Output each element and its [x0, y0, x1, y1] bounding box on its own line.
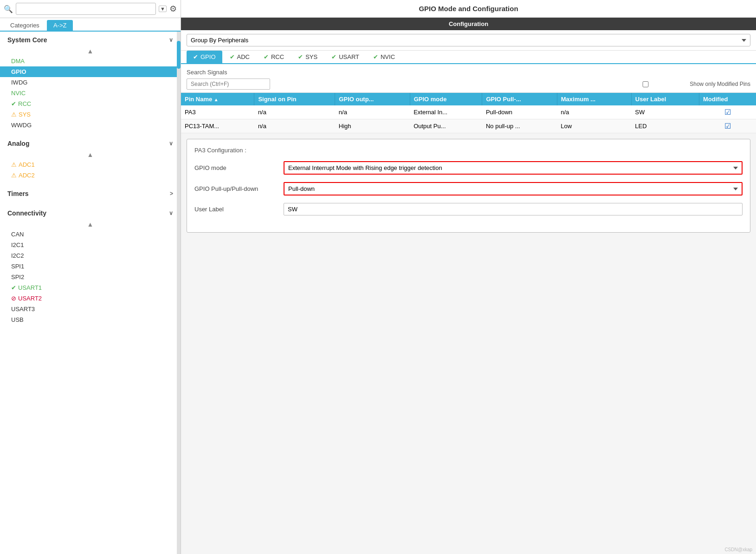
show-modified-checkbox[interactable]	[604, 81, 687, 87]
sidebar: 🔍 ▼ ⚙ Categories A->Z System Core ∨ ▲ DM…	[0, 0, 181, 554]
spi2-label: SPI2	[11, 274, 24, 280]
peripheral-selector-wrapper: Group By Peripherals	[181, 30, 756, 51]
i2c1-label: I2C1	[11, 241, 24, 248]
section-connectivity[interactable]: Connectivity ∨	[0, 205, 181, 220]
sidebar-item-usb[interactable]: USB	[0, 314, 181, 325]
section-connectivity-label: Connectivity	[7, 209, 46, 217]
cell-signal-1: n/a	[254, 119, 335, 133]
col-signal-on-pin[interactable]: Signal on Pin	[254, 93, 335, 105]
gpio-pull-select[interactable]: Pull-down	[284, 182, 743, 196]
warning-icon-adc1: ⚠	[11, 161, 17, 168]
usart3-label: USART3	[11, 306, 35, 313]
col-maximum[interactable]: Maximum ...	[557, 93, 631, 105]
col-gpio-pull[interactable]: GPIO Pull-...	[482, 93, 557, 105]
user-label-input[interactable]	[284, 203, 743, 215]
page-title: GPIO Mode and Configuration	[181, 0, 756, 18]
peripheral-selector[interactable]: Group By Peripherals	[187, 34, 750, 46]
section-timers[interactable]: Timers >	[0, 185, 181, 200]
search-input[interactable]	[16, 3, 156, 15]
search-signals-label: Search Signals	[187, 69, 750, 76]
check-icon-adc-tab: ✔	[230, 53, 235, 60]
search-icon: 🔍	[4, 5, 13, 13]
sidebar-item-rcc[interactable]: ✔ RCC	[0, 98, 181, 109]
section-system-core[interactable]: System Core ∨	[0, 32, 181, 46]
tab-sys[interactable]: ✔ SYS	[291, 51, 324, 63]
up-arrow-icon-connectivity: ▲	[87, 221, 94, 228]
tab-atoz[interactable]: A->Z	[47, 20, 73, 31]
sidebar-item-nvic[interactable]: NVIC	[0, 88, 181, 98]
tab-gpio-label: GPIO	[200, 53, 216, 60]
ban-icon-usart2: ⊘	[11, 295, 16, 302]
check-icon-usart1: ✔	[11, 284, 16, 291]
sidebar-item-usart1[interactable]: ✔ USART1	[0, 282, 181, 293]
check-icon-sys-tab: ✔	[298, 53, 303, 60]
sidebar-item-i2c2[interactable]: I2C2	[0, 250, 181, 261]
sidebar-item-spi2[interactable]: SPI2	[0, 272, 181, 282]
dma-label: DMA	[11, 58, 25, 65]
gpio-table: Pin Name ▲ Signal on Pin GPIO outp... GP…	[181, 93, 756, 133]
chevron-right-icon-timers: >	[170, 190, 173, 197]
gpio-mode-row: GPIO mode External Interrupt Mode with R…	[194, 161, 743, 175]
up-arrow-row-analog: ▲	[0, 150, 181, 159]
sidebar-item-sys[interactable]: ⚠ SYS	[0, 109, 181, 120]
tab-categories[interactable]: Categories	[4, 20, 46, 31]
tab-adc[interactable]: ✔ ADC	[223, 51, 256, 63]
signals-search-row: Show only Modified Pins	[187, 78, 750, 90]
chevron-down-icon: ∨	[169, 37, 173, 43]
config-header: Configuration	[181, 18, 756, 30]
tab-gpio[interactable]: ✔ GPIO	[187, 51, 222, 63]
col-modified[interactable]: Modified	[699, 93, 756, 105]
check-icon-nvic-tab: ✔	[373, 53, 378, 60]
adc2-label: ADC2	[19, 172, 35, 179]
tab-adc-label: ADC	[237, 53, 250, 60]
sidebar-scrollbar[interactable]	[177, 32, 181, 554]
section-analog[interactable]: Analog ∨	[0, 135, 181, 150]
table-row[interactable]: PA3 n/a n/a External In... Pull-down n/a…	[181, 105, 756, 119]
show-modified-text: Show only Modified Pins	[690, 81, 750, 87]
sidebar-item-gpio[interactable]: GPIO	[0, 66, 181, 77]
tab-nvic[interactable]: ✔ NVIC	[367, 51, 401, 63]
nvic-label: NVIC	[11, 90, 26, 97]
main-content: GPIO Mode and Configuration Configuratio…	[181, 0, 756, 554]
sidebar-item-iwdg[interactable]: IWDG	[0, 77, 181, 88]
sidebar-scrollbar-thumb[interactable]	[177, 41, 181, 69]
sidebar-item-spi1[interactable]: SPI1	[0, 261, 181, 272]
cell-output-0: n/a	[335, 105, 410, 119]
gpio-table-wrapper: Pin Name ▲ Signal on Pin GPIO outp... GP…	[181, 92, 756, 133]
spi1-label: SPI1	[11, 263, 24, 270]
col-user-label[interactable]: User Label	[631, 93, 699, 105]
usart1-label: USART1	[18, 284, 42, 291]
sidebar-item-wwdg[interactable]: WWDG	[0, 120, 181, 130]
search-bar: 🔍 ▼ ⚙	[0, 0, 181, 18]
sidebar-item-i2c1[interactable]: I2C1	[0, 240, 181, 250]
sidebar-item-usart2[interactable]: ⊘ USART2	[0, 293, 181, 304]
col-pin-name[interactable]: Pin Name ▲	[181, 93, 254, 105]
signals-search-input[interactable]	[187, 78, 270, 90]
sidebar-item-dma[interactable]: DMA	[0, 56, 181, 66]
sidebar-item-usart3[interactable]: USART3	[0, 304, 181, 314]
check-icon-rcc-tab: ✔	[264, 53, 269, 60]
user-label-input-wrapper	[284, 203, 743, 215]
col-gpio-mode[interactable]: GPIO mode	[410, 93, 482, 105]
section-timers-label: Timers	[7, 190, 29, 197]
search-dropdown-arrow: ▼	[160, 6, 165, 12]
sidebar-item-adc2[interactable]: ⚠ ADC2	[0, 170, 181, 181]
can-label: CAN	[11, 231, 24, 238]
section-system-core-label: System Core	[7, 36, 47, 44]
tab-rcc-label: RCC	[271, 53, 284, 60]
user-label-label: User Label	[194, 206, 278, 213]
gear-icon[interactable]: ⚙	[169, 4, 177, 14]
chevron-down-icon-analog: ∨	[169, 140, 173, 147]
gpio-pull-label: GPIO Pull-up/Pull-down	[194, 185, 278, 192]
gpio-label: GPIO	[11, 68, 26, 75]
col-gpio-output[interactable]: GPIO outp...	[335, 93, 410, 105]
tab-usart[interactable]: ✔ USART	[325, 51, 366, 63]
gpio-mode-select[interactable]: External Interrupt Mode with Rising edge…	[284, 161, 743, 175]
sidebar-item-can[interactable]: CAN	[0, 229, 181, 240]
table-row[interactable]: PC13-TAM... n/a High Output Pu... No pul…	[181, 119, 756, 133]
rcc-label: RCC	[18, 100, 31, 107]
sidebar-item-adc1[interactable]: ⚠ ADC1	[0, 159, 181, 170]
cell-modified-0: ☑	[699, 105, 756, 119]
tab-rcc[interactable]: ✔ RCC	[257, 51, 291, 63]
pa3-config-title: PA3 Configuration :	[194, 147, 743, 154]
